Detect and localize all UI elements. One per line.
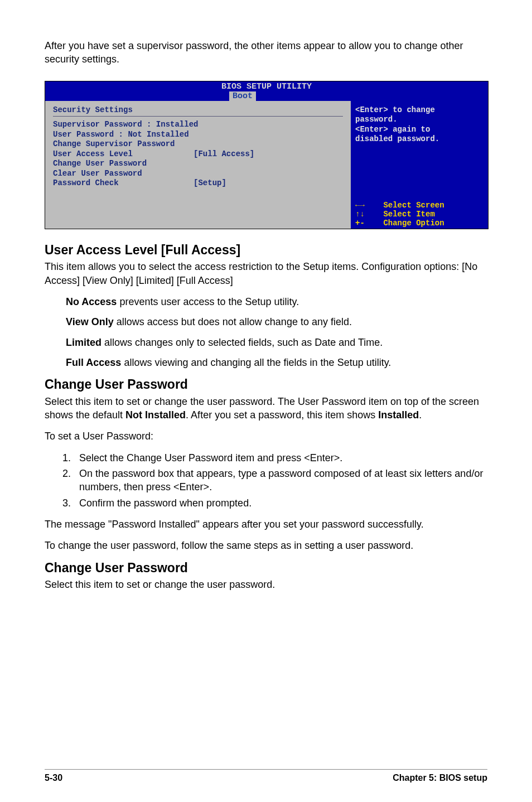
bios-tab-boot: Boot [229,91,256,101]
bios-key-legend: ←→ Select Screen ↑↓ Select Item +- Chang… [351,199,488,229]
cup1-after1: The message "Password Installed" appears… [45,518,487,531]
ual-viewonly-desc: allows access but does not allow change … [114,316,352,327]
ual-limited-desc: allows changes only to selected fields, … [101,337,383,348]
bios-change-supervisor: Change Supervisor Password [53,139,343,149]
cup1-after2: To change the user password, follow the … [45,539,487,552]
bios-supervisor-password: Supervisor Password : Installed [53,120,343,130]
ual-viewonly-term: View Only [66,316,114,327]
ual-option-view-only: View Only allows access but does not all… [66,315,487,328]
ual-option-limited: Limited allows changes only to selected … [66,336,487,349]
bios-clear-user: Clear User Password [53,169,343,179]
cup1-step-2: On the password box that appears, type a… [74,467,487,494]
bios-user-access-level-row: User Access Level [Full Access] [53,149,343,160]
heading-change-user-password-1: Change User Password [45,377,487,393]
bios-title: BIOS SETUP UTILITY [45,81,488,91]
footer-page-number: 5-30 [45,773,62,783]
heading-user-access-level: User Access Level [Full Access] [45,243,487,258]
cup1-steps: Select the Change User Password item and… [45,451,487,510]
bios-pw-check-value: [Setup] [194,178,226,187]
bios-ual-label: User Access Level [53,149,133,158]
cup2-description: Select this item to set or change the us… [45,578,487,591]
footer-chapter: Chapter 5: BIOS setup [393,773,487,783]
cup1-description: Select this item to set or change the us… [45,395,487,422]
ual-noaccess-term: No Access [66,296,117,307]
bios-main-panel: Security Settings Supervisor Password : … [45,101,351,199]
cup1-step-3: Confirm the password when prompted. [74,496,487,510]
heading-change-user-password-2: Change User Password [45,561,487,576]
ual-full-term: Full Access [66,357,121,368]
bios-pw-check-label: Password Check [53,178,119,187]
bios-user-password: User Password : Not Installed [53,130,343,140]
intro-paragraph: After you have set a supervisor password… [45,39,487,66]
cup1-body-mid: . After you set a password, this item sh… [186,409,378,421]
bios-password-check-row: Password Check [Setup] [53,178,343,189]
cup1-body-post: . [419,409,422,421]
bios-change-user: Change User Password [53,159,343,169]
cup1-toset: To set a User Password: [45,429,487,443]
ual-full-desc: allows viewing and changing all the fiel… [121,357,391,368]
ual-noaccess-desc: prevents user access to the Setup utilit… [117,296,299,307]
cup1-bold-not-installed: Not Installed [125,409,186,421]
bios-ual-value: [Full Access] [194,149,254,158]
page-footer: 5-30 Chapter 5: BIOS setup [45,769,487,783]
ual-limited-term: Limited [66,337,101,348]
bios-help-panel: <Enter> to change password. <Enter> agai… [351,101,488,199]
ual-description: This item allows you to select the acces… [45,260,487,287]
bios-utility-screenshot: BIOS SETUP UTILITY Boot Security Setting… [45,81,489,229]
cup1-step-1: Select the Change User Password item and… [74,451,487,465]
cup1-bold-installed: Installed [378,409,419,421]
bios-footer-spacer [45,199,351,229]
ual-option-full-access: Full Access allows viewing and changing … [66,356,487,369]
bios-section-heading: Security Settings [53,105,343,115]
ual-option-no-access: No Access prevents user access to the Se… [66,295,487,308]
